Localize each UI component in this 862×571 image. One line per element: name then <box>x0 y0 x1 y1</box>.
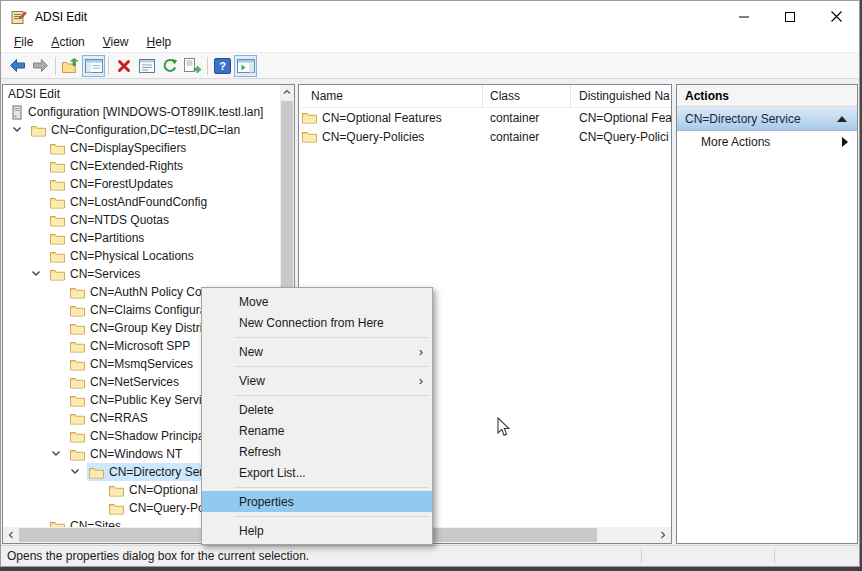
menu-separator <box>234 366 429 367</box>
scroll-right-icon[interactable] <box>655 527 671 543</box>
title-bar: ADSI Edit <box>1 1 859 32</box>
list-distinguished-name: CN=Query-Polici <box>571 130 671 144</box>
tree-item-cn-physical-locations[interactable]: CN=Physical Locations <box>4 247 279 265</box>
context-menu-item-refresh[interactable]: Refresh <box>202 441 432 462</box>
tree-item-label: CN=MsmqServices <box>90 357 193 371</box>
tree-item-configuration-windows-ot89iik-testl-lan[interactable]: Configuration [WINDOWS-OT89IIK.testl.lan… <box>4 103 279 121</box>
context-menu-item-move[interactable]: Move <box>202 291 432 312</box>
tree-item-cn-extended-rights[interactable]: CN=Extended-Rights <box>4 157 279 175</box>
list-distinguished-name: CN=Optional Fea <box>571 111 671 125</box>
tree-item-label: CN=Extended-Rights <box>70 159 183 173</box>
tree-item-cn-ntds-quotas[interactable]: CN=NTDS Quotas <box>4 211 279 229</box>
folder-icon <box>70 448 85 461</box>
menu-action[interactable]: Action <box>42 33 93 51</box>
folder-icon <box>70 286 85 299</box>
folder-icon <box>70 358 85 371</box>
tree-item-adsi-edit[interactable]: ADSI Edit <box>4 85 279 103</box>
menu-bar: FileActionViewHelp <box>1 32 859 52</box>
menu-separator <box>234 337 429 338</box>
more-actions-item[interactable]: More Actions <box>677 131 857 153</box>
toolbar-up-one-level-button[interactable] <box>59 55 82 77</box>
tree-item-cn-forestupdates[interactable]: CN=ForestUpdates <box>4 175 279 193</box>
context-menu-item-help[interactable]: Help <box>202 520 432 541</box>
folder-icon <box>70 340 85 353</box>
toolbar-properties-button[interactable] <box>135 55 158 77</box>
show-action-pane-icon <box>237 59 255 73</box>
toolbar-forward-button[interactable] <box>29 55 52 77</box>
collapse-icon[interactable] <box>837 116 847 122</box>
chevron-expanded-icon[interactable] <box>70 467 84 476</box>
folder-icon <box>50 232 65 245</box>
tree-item-label: CN=Services <box>70 267 140 281</box>
tree-item-cn-displayspecifiers[interactable]: CN=DisplaySpecifiers <box>4 139 279 157</box>
context-menu-item-view[interactable]: View› <box>202 370 432 391</box>
folder-icon <box>109 484 124 497</box>
menu-file[interactable]: File <box>5 33 42 51</box>
toolbar-export-list-button[interactable] <box>181 55 204 77</box>
toolbar-separator <box>207 57 208 75</box>
tree-item-label: CN=Windows NT <box>90 447 182 461</box>
menu-item-label: Delete <box>239 403 274 417</box>
folder-icon <box>302 130 317 143</box>
folder-icon <box>50 196 65 209</box>
more-actions-label: More Actions <box>701 135 770 149</box>
adsi-edit-app-icon <box>11 9 27 25</box>
chevron-expanded-icon[interactable] <box>31 269 45 278</box>
tree-item-label: CN=DisplaySpecifiers <box>70 141 186 155</box>
tree-item-cn-services[interactable]: CN=Services <box>4 265 279 283</box>
tree-item-label: CN=ForestUpdates <box>70 177 173 191</box>
column-header-class[interactable]: Class <box>483 85 571 107</box>
toolbar-back-button[interactable] <box>6 55 29 77</box>
back-icon <box>9 58 26 73</box>
toolbar-show-action-pane-button[interactable] <box>234 55 257 77</box>
tree-item-label: CN=Microsoft SPP <box>90 339 190 353</box>
show-console-tree-icon <box>85 59 103 73</box>
context-menu-item-new[interactable]: New› <box>202 341 432 362</box>
context-menu-item-rename[interactable]: Rename <box>202 420 432 441</box>
tree-item-label: CN=RRAS <box>90 411 148 425</box>
chevron-expanded-icon[interactable] <box>51 449 65 458</box>
folder-icon <box>70 376 85 389</box>
context-menu-item-export-list[interactable]: Export List... <box>202 462 432 483</box>
scroll-left-icon[interactable] <box>3 527 19 543</box>
maximize-button[interactable] <box>767 1 813 32</box>
column-header-name[interactable]: Name <box>299 85 483 107</box>
minimize-button[interactable] <box>721 1 767 32</box>
toolbar-delete-button[interactable] <box>112 55 135 77</box>
folder-icon <box>50 268 65 281</box>
toolbar: ? <box>1 52 859 79</box>
submenu-arrow-icon: › <box>419 373 423 388</box>
context-menu-item-properties[interactable]: Properties <box>202 491 432 512</box>
tree-item-label: Configuration [WINDOWS-OT89IIK.testl.lan… <box>28 105 263 119</box>
folder-icon <box>50 250 65 263</box>
column-header-distinguished-na[interactable]: Distinguished Na <box>571 85 671 107</box>
window-title: ADSI Edit <box>35 10 87 24</box>
tree-item-cn-partitions[interactable]: CN=Partitions <box>4 229 279 247</box>
context-menu-item-new-connection-from-here[interactable]: New Connection from Here <box>202 312 432 333</box>
actions-pane: Actions CN=Directory Service More Action… <box>676 84 858 544</box>
actions-group-label: CN=Directory Service <box>685 112 801 126</box>
export-list-icon <box>184 58 201 73</box>
tree-item-cn-configuration-dc-testl-dc-lan[interactable]: CN=Configuration,DC=testl,DC=lan <box>4 121 279 139</box>
list-row-cn-query-policies[interactable]: CN=Query-PoliciescontainerCN=Query-Polic… <box>299 127 671 146</box>
tree-item-label: CN=Configuration,DC=testl,DC=lan <box>51 123 240 137</box>
context-menu-item-delete[interactable]: Delete <box>202 399 432 420</box>
close-button[interactable] <box>813 1 859 32</box>
actions-group-header[interactable]: CN=Directory Service <box>677 107 857 131</box>
tree-item-cn-lostandfoundconfig[interactable]: CN=LostAndFoundConfig <box>4 193 279 211</box>
folder-icon <box>50 142 65 155</box>
folder-icon <box>89 466 104 479</box>
chevron-expanded-icon[interactable] <box>12 125 26 134</box>
refresh-icon <box>162 58 178 74</box>
help-icon: ? <box>214 58 231 74</box>
menu-help[interactable]: Help <box>138 33 181 51</box>
toolbar-help-button[interactable]: ? <box>211 55 234 77</box>
toolbar-refresh-button[interactable] <box>158 55 181 77</box>
toolbar-show-console-tree-button[interactable] <box>82 55 105 77</box>
list-row-cn-optional-features[interactable]: CN=Optional FeaturescontainerCN=Optional… <box>299 108 671 127</box>
scroll-up-icon[interactable] <box>280 85 294 99</box>
properties-icon <box>139 59 155 73</box>
menu-view[interactable]: View <box>94 33 138 51</box>
statusbar-divider <box>774 549 775 563</box>
tree-item-label: CN=Physical Locations <box>70 249 194 263</box>
